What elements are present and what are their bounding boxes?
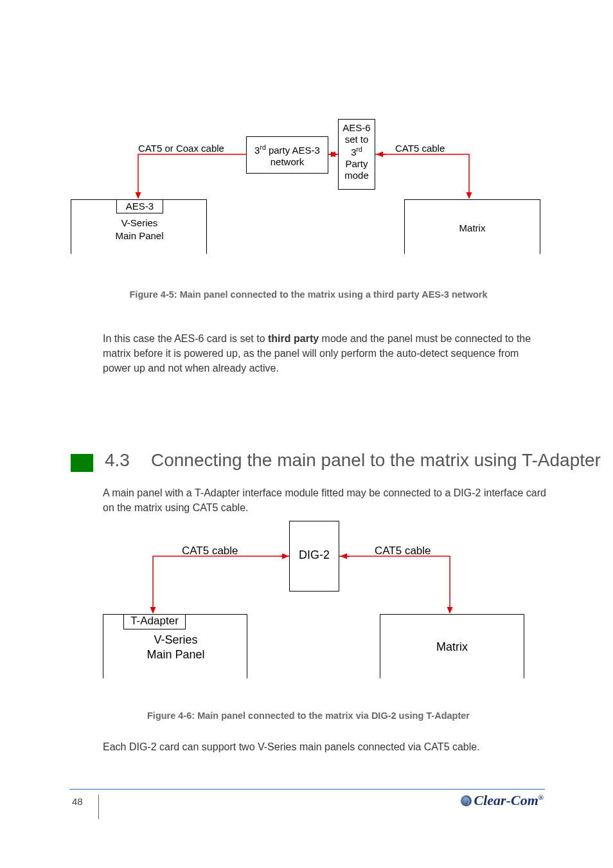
registered-mark-icon: ®	[538, 793, 544, 801]
vseries-l2: Main Panel	[115, 230, 163, 241]
section-marker-icon	[71, 454, 93, 472]
footer-rule	[69, 789, 545, 790]
clearcom-globe-icon	[461, 795, 472, 806]
footer-page-number: 48	[72, 796, 83, 807]
box-matrix: Matrix	[404, 199, 540, 254]
vseries-label-2: V-Series Main Panel	[103, 633, 248, 663]
aes6-l2: set to	[345, 134, 369, 145]
paragraph-dig2-support: Each DIG-2 card can support two V-Series…	[103, 739, 546, 754]
para1-b: third party	[268, 333, 319, 344]
figure-caption-4-6: Figure 4-6: Main panel connected to the …	[71, 710, 546, 721]
section-title-4-3: Connecting the main panel to the matrix …	[151, 450, 601, 471]
aes6-l1: AES-6	[342, 122, 370, 133]
footer-logo-clearcom: Clear-Com®	[461, 792, 544, 809]
aes6-rd: rd	[357, 145, 362, 153]
label-cat5-coax: CAT5 or Coax cable	[138, 143, 224, 154]
third-party-rest: party AES-3	[266, 145, 320, 156]
aes6-mode: mode	[344, 170, 369, 181]
section-number-4-3: 4.3	[105, 450, 130, 471]
label-cat5-right: CAT5 cable	[395, 143, 445, 154]
box-matrix-2: Matrix	[380, 614, 524, 678]
diagram-aes3-network: CAT5 or Coax cable CAT5 cable 3rd party …	[71, 119, 546, 267]
vseries-label: V-Series Main Panel	[71, 217, 208, 242]
box-aes6: AES-6 set to 3rd Party mode	[338, 119, 375, 190]
box-vseries-panel: AES-3 V-Series Main Panel	[71, 199, 207, 254]
third-party-rd: rd	[260, 143, 265, 151]
vseries-l1: V-Series	[121, 217, 158, 228]
vseries2-l2: Main Panel	[147, 648, 204, 661]
box-third-party-network: 3rd party AES-3 network	[246, 136, 328, 174]
paragraph-aes6-mode: In this case the AES-6 card is set to th…	[103, 331, 540, 376]
box-dig2: DIG-2	[289, 521, 339, 592]
box-aes3: AES-3	[116, 199, 163, 213]
vseries2-l1: V-Series	[154, 633, 197, 646]
aes6-3: 3	[351, 147, 356, 158]
box-vseries-panel-2: T-Adapter V-Series Main Panel	[103, 614, 247, 678]
paragraph-tadapter-intro: A main panel with a T-Adapter interface …	[103, 485, 546, 515]
figure-caption-4-5: Figure 4-5: Main panel connected to the …	[71, 289, 546, 300]
box-tadapter: T-Adapter	[123, 614, 186, 629]
label-cat5-right-2: CAT5 cable	[375, 545, 431, 557]
para1-a: In this case the AES-6 card is set to	[103, 333, 268, 344]
third-party-network-word: network	[271, 156, 305, 167]
diagram-tadapter: CAT5 cable CAT5 cable DIG-2 T-Adapter V-…	[103, 521, 540, 701]
footer-vertical-bar	[98, 795, 99, 819]
aes6-party: Party	[345, 158, 368, 169]
label-cat5-left-2: CAT5 cable	[182, 545, 238, 557]
footer-brand-text: Clear-Com	[474, 792, 538, 808]
